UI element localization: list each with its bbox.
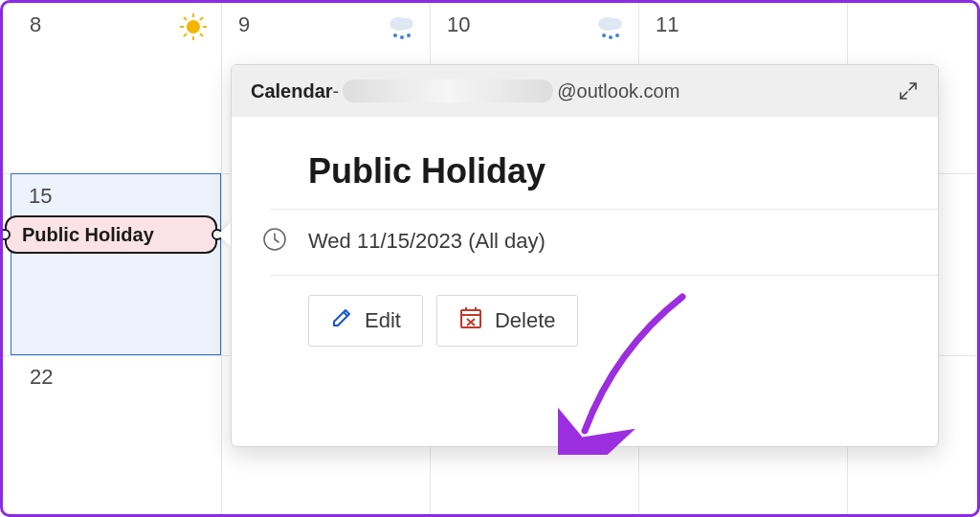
svg-point-0 — [187, 20, 200, 34]
popup-header: Calendar - @outlook.com — [232, 65, 938, 117]
delete-button[interactable]: Delete — [436, 295, 578, 347]
svg-point-17 — [609, 35, 612, 39]
svg-point-10 — [400, 18, 413, 30]
event-label: Public Holiday — [22, 224, 154, 246]
day-number: 22 — [30, 365, 53, 390]
svg-point-12 — [400, 35, 404, 39]
expand-button[interactable] — [894, 77, 923, 105]
expand-icon — [898, 80, 919, 101]
svg-point-18 — [615, 34, 619, 37]
day-number: 15 — [11, 174, 220, 209]
day-cell-15-selected[interactable]: 15 — [11, 173, 221, 355]
event-title: Public Holiday — [308, 132, 900, 209]
calendar-source-label: Calendar — [251, 80, 333, 102]
redacted-email-user — [343, 79, 553, 102]
day-cell-8[interactable]: 8 — [12, 3, 221, 173]
email-domain: @outlook.com — [557, 80, 679, 102]
svg-point-11 — [393, 34, 397, 37]
event-time-row: Wed 11/15/2023 (All day) — [308, 210, 900, 275]
edit-button[interactable]: Edit — [308, 295, 423, 347]
svg-point-15 — [609, 18, 622, 30]
calendar-delete-icon — [458, 305, 483, 336]
popup-pointer — [217, 223, 231, 246]
svg-rect-20 — [461, 310, 480, 327]
dash: - — [333, 80, 340, 102]
svg-point-13 — [407, 34, 411, 37]
pencil-icon — [330, 306, 353, 335]
rain-icon — [386, 12, 416, 47]
action-row: Edit Delete — [308, 276, 900, 347]
day-number: 11 — [656, 12, 679, 37]
delete-label: Delete — [495, 308, 556, 333]
sunny-icon — [179, 12, 208, 47]
event-public-holiday[interactable]: Public Holiday — [5, 215, 217, 254]
clock-icon — [262, 227, 287, 258]
rain-icon — [594, 12, 625, 47]
svg-line-7 — [184, 34, 187, 36]
svg-line-5 — [184, 17, 187, 20]
event-time-text: Wed 11/15/2023 (All day) — [308, 229, 546, 254]
day-number: 8 — [30, 12, 41, 37]
day-cell-22[interactable]: 22 — [12, 355, 221, 517]
svg-line-8 — [200, 17, 203, 20]
svg-point-16 — [602, 34, 606, 37]
edit-label: Edit — [365, 308, 401, 333]
popup-body: Public Holiday Wed 11/15/2023 (All day) — [232, 117, 938, 347]
svg-line-6 — [200, 34, 203, 36]
event-details-popup: Calendar - @outlook.com Public Holiday W… — [231, 64, 939, 447]
resize-handle-left[interactable] — [0, 229, 11, 240]
day-number: 10 — [447, 12, 470, 37]
day-number: 9 — [238, 12, 250, 37]
